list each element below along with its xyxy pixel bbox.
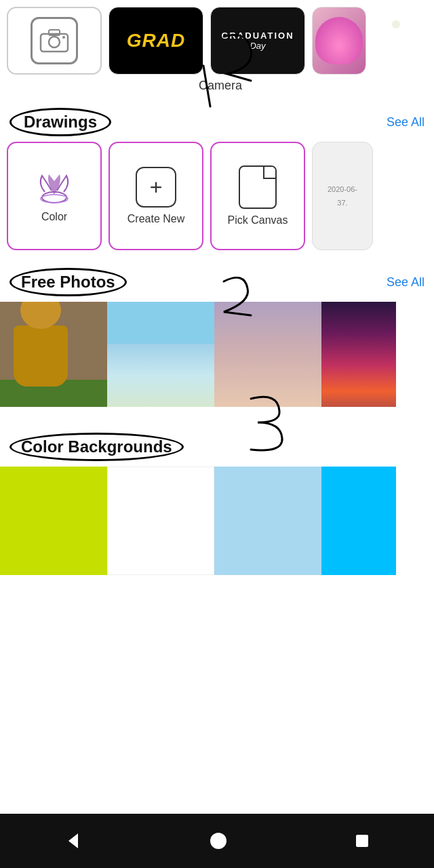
date-label-sub: 37. <box>334 196 350 210</box>
grad-card[interactable]: GRAD <box>108 7 203 75</box>
free-photos-title: Free Photos <box>21 273 115 291</box>
moon-photo[interactable] <box>214 302 321 407</box>
yellow-green-swatch[interactable] <box>0 467 107 575</box>
graduation-line1: GRADUATION <box>221 31 294 41</box>
svg-point-8 <box>210 833 226 849</box>
light-blue-swatch[interactable] <box>214 467 321 575</box>
photos-row <box>0 302 434 414</box>
svg-marker-7 <box>68 833 78 848</box>
drawings-section-header: Drawings See All <box>0 102 434 142</box>
color-backgrounds-title: Color Backgrounds <box>21 437 172 456</box>
sunset-photo[interactable] <box>321 302 396 407</box>
drawings-items-row: Color + Create New Pick Canvas 2020-06- … <box>0 142 434 257</box>
back-button[interactable] <box>63 831 83 851</box>
plus-icon: + <box>136 167 176 208</box>
camera-label: Camera <box>0 75 434 100</box>
camera-svg <box>39 28 69 53</box>
free-photos-title-oval: Free Photos <box>9 268 127 296</box>
pick-canvas-card[interactable]: Pick Canvas <box>210 142 305 250</box>
drawings-see-all[interactable]: See All <box>387 115 425 130</box>
create-new-label: Create New <box>127 213 184 225</box>
cyan-swatch[interactable] <box>321 467 396 575</box>
svg-rect-9 <box>356 835 368 847</box>
create-new-card[interactable]: + Create New <box>108 142 203 250</box>
camera-card[interactable] <box>7 7 102 75</box>
square-icon <box>353 832 371 850</box>
lotus-icon <box>33 169 76 205</box>
date-card[interactable]: 2020-06- 37. <box>312 142 373 250</box>
cat-photo[interactable] <box>0 302 107 407</box>
svg-point-1 <box>49 37 60 47</box>
color-swatches-row <box>0 467 434 582</box>
top-cards-row: GRAD GRADUATION Day <box>0 0 434 75</box>
back-icon <box>63 831 83 851</box>
flower-card[interactable] <box>312 7 366 75</box>
camera-icon <box>31 17 78 64</box>
white-swatch[interactable] <box>107 467 214 575</box>
graduation-line2: Day <box>221 41 294 51</box>
navigation-bar <box>0 814 434 868</box>
drawings-title-oval: Drawings <box>9 108 111 136</box>
home-button[interactable] <box>209 831 228 850</box>
color-backgrounds-title-oval: Color Backgrounds <box>9 433 184 461</box>
color-backgrounds-section-header: Color Backgrounds <box>0 427 434 467</box>
color-card-label: Color <box>41 211 67 223</box>
doc-icon <box>239 165 277 209</box>
free-photos-section-header: Free Photos See All <box>0 262 434 302</box>
date-label-top: 2020-06- <box>325 182 360 196</box>
grad-label: GRAD <box>127 30 185 52</box>
recents-button[interactable] <box>353 832 371 850</box>
svg-point-3 <box>62 36 65 39</box>
sea-photo[interactable] <box>107 302 214 407</box>
home-circle-icon <box>209 831 228 850</box>
graduation-card[interactable]: GRADUATION Day <box>210 7 305 75</box>
free-photos-see-all[interactable]: See All <box>387 275 425 290</box>
svg-point-6 <box>41 195 68 203</box>
pick-canvas-label: Pick Canvas <box>228 214 288 226</box>
color-drawing-card[interactable]: Color <box>7 142 102 250</box>
drawings-title: Drawings <box>24 113 97 131</box>
